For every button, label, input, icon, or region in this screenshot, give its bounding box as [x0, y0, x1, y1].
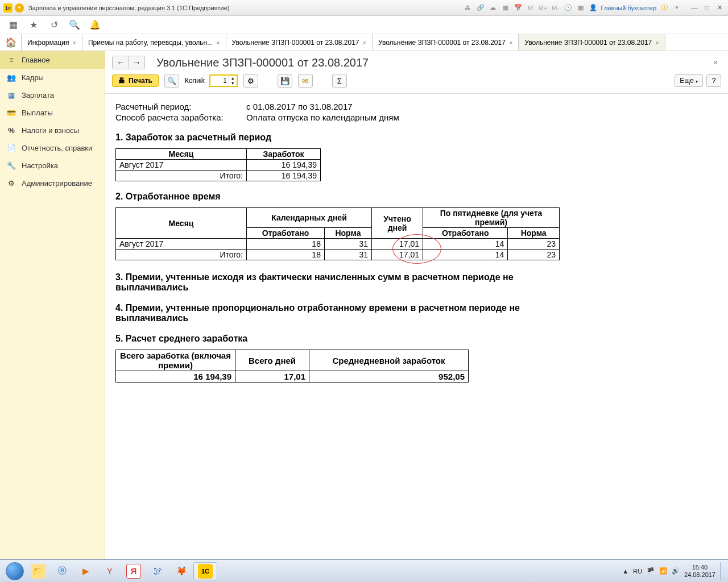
apps-icon[interactable]: ▦	[8, 20, 18, 30]
sidebar-item-reports[interactable]: 📄Отчетность, справки	[0, 139, 105, 157]
tab-hires[interactable]: Приемы на работу, переводы, увольн...×	[82, 34, 226, 51]
col-norm: Норма	[324, 228, 371, 239]
tray-date: 24.08.2017	[684, 571, 715, 578]
people-icon: 👥	[7, 73, 16, 82]
spin-down-icon[interactable]: ▼	[229, 81, 237, 86]
help-button[interactable]: ?	[706, 74, 721, 87]
tb-m-icon[interactable]: M	[526, 3, 535, 13]
tray-lang[interactable]: RU	[633, 568, 642, 575]
close-icon[interactable]: ×	[363, 39, 366, 46]
app-title: Зарплата и управление персоналом, редакц…	[28, 5, 229, 11]
worked-time-table: Месяц Календарных дней Учтено дней По пя…	[115, 207, 560, 260]
history-icon[interactable]: ↺	[49, 20, 59, 30]
copies-spinner[interactable]: ▲▼	[209, 74, 238, 87]
taskbar-yandex[interactable]: Y	[98, 562, 122, 580]
earnings-table: МесяцЗаработок Август 201716 194,39 Итог…	[115, 148, 321, 181]
taskbar-ie[interactable]: ⓔ	[50, 562, 74, 580]
close-document-button[interactable]: ×	[710, 58, 721, 67]
star-icon[interactable]: ★	[28, 20, 39, 30]
tb-print-icon[interactable]: 🖶	[464, 3, 473, 13]
close-button[interactable]: ✕	[714, 3, 725, 13]
home-tab[interactable]: 🏠	[0, 34, 22, 51]
sidebar-item-admin[interactable]: ⚙Администрирование	[0, 174, 105, 192]
tab-doc-1[interactable]: Увольнение ЗПЗП-000001 от 23.08.2017×	[226, 34, 373, 51]
tray-flag-icon[interactable]: 🏴	[647, 567, 655, 575]
taskbar-ya[interactable]: Я	[122, 562, 146, 580]
tb-mminus-icon[interactable]: M-	[551, 3, 560, 13]
windows-taskbar: 📁 ⓔ ▶ Y Я 🕊 🦊 1C ▲ RU 🏴 📶 🔊 15:40 24.08.…	[0, 559, 728, 582]
sidebar-item-label: Отчетность, справки	[22, 144, 92, 152]
sidebar-item-label: Администрирование	[22, 179, 92, 188]
close-icon[interactable]: ×	[509, 39, 512, 46]
info-dropdown-icon[interactable]: ▼	[672, 3, 681, 13]
taskbar-firefox[interactable]: 🦊	[169, 562, 193, 580]
section-3-text: 3. Премии, учтенные исходя из фактически…	[115, 272, 536, 293]
sidebar-item-label: Кадры	[22, 73, 44, 82]
close-icon[interactable]: ×	[216, 39, 220, 46]
bell-icon[interactable]: 🔔	[90, 20, 100, 30]
copies-input[interactable]	[210, 76, 229, 86]
tb-calc-icon[interactable]: ▦	[501, 3, 510, 13]
save-button[interactable]: 💾	[278, 74, 292, 88]
spin-up-icon[interactable]: ▲	[229, 76, 237, 81]
settings-button[interactable]: ⚙	[243, 74, 258, 88]
sidebar-item-payments[interactable]: 💳Выплаты	[0, 104, 105, 122]
taskbar-media[interactable]: ▶	[74, 562, 98, 580]
maximize-button[interactable]: □	[702, 3, 712, 13]
show-desktop-button[interactable]	[720, 562, 725, 580]
forward-button[interactable]: →	[129, 56, 144, 69]
printer-icon: 🖶	[118, 77, 125, 85]
tray-volume-icon[interactable]: 🔊	[672, 567, 680, 575]
col-worked-5: Отработано	[423, 228, 508, 239]
info-icon[interactable]: ⓘ	[660, 3, 669, 13]
tab-doc-2[interactable]: Увольнение ЗПЗП-000001 от 23.08.2017×	[373, 34, 519, 51]
tb-clock-icon[interactable]: 🕓	[564, 3, 573, 13]
sidebar-item-main[interactable]: ≡Главное	[0, 51, 105, 69]
close-icon[interactable]: ×	[72, 39, 76, 46]
user-icon[interactable]: 👤	[589, 3, 598, 13]
sidebar-item-salary[interactable]: ▦Зарплата	[0, 86, 105, 104]
back-button[interactable]: ←	[113, 56, 129, 69]
tray-clock[interactable]: 15:40 24.08.2017	[684, 564, 715, 577]
sum-button[interactable]: Σ	[332, 74, 347, 88]
taskbar-thunderbird[interactable]: 🕊	[146, 562, 169, 580]
col-five-day: По пятидневке (для учета премий)	[423, 208, 560, 228]
section-4-text: 4. Премии, учтенные пропорционально отра…	[115, 303, 536, 323]
sidebar-item-taxes[interactable]: %Налоги и взносы	[0, 122, 105, 139]
col-counted: Учтено дней	[372, 208, 423, 239]
tb-mplus-icon[interactable]: M+	[539, 3, 548, 13]
card-icon: 💳	[7, 109, 16, 117]
copies-label: Копий:	[185, 77, 206, 85]
tab-doc-3[interactable]: Увольнение ЗПЗП-000001 от 23.08.2017×	[519, 34, 665, 51]
close-icon[interactable]: ×	[655, 39, 659, 46]
tb-grid-icon[interactable]: ▦	[576, 3, 585, 13]
taskbar-1c[interactable]: 1C	[193, 562, 217, 580]
gear-icon: ⚙	[7, 179, 16, 188]
tb-calendar-icon[interactable]: 📅	[514, 3, 523, 13]
period-value: с 01.08.2017 по 31.08.2017	[246, 102, 353, 111]
minimize-button[interactable]: —	[689, 3, 700, 13]
more-button-label: Еще	[680, 77, 693, 85]
nav-sidebar: ≡Главное 👥Кадры ▦Зарплата 💳Выплаты %Нало…	[0, 51, 105, 559]
user-label[interactable]: Главный бухгалтер	[601, 5, 656, 11]
tab-info[interactable]: Информация×	[22, 34, 82, 51]
quickaccess-bar: ▦ ★ ↺ 🔍 🔔	[0, 16, 728, 34]
tray-network-icon[interactable]: 📶	[659, 567, 667, 575]
tab-label: Увольнение ЗПЗП-000001 от 23.08.2017	[524, 39, 652, 47]
start-button[interactable]	[3, 562, 26, 580]
app-menu-dropdown[interactable]: ▼	[15, 3, 24, 13]
sidebar-item-kadry[interactable]: 👥Кадры	[0, 69, 105, 86]
document-body[interactable]: Расчетный период:с 01.08.2017 по 31.08.2…	[105, 94, 728, 559]
tb-link-icon[interactable]: 🔗	[476, 3, 485, 13]
search-icon[interactable]: 🔍	[69, 20, 80, 30]
col-total-days: Всего дней	[235, 350, 309, 371]
tray-arrow-icon[interactable]: ▲	[622, 568, 628, 575]
print-button[interactable]: 🖶Печать	[112, 74, 159, 87]
table-total-row: Итого:16 194,39	[116, 171, 321, 181]
sidebar-item-settings[interactable]: 🔧Настройка	[0, 157, 105, 174]
taskbar-explorer[interactable]: 📁	[26, 562, 50, 580]
more-button[interactable]: Еще ▾	[675, 74, 703, 87]
tb-cloud-icon[interactable]: ☁	[489, 3, 498, 13]
email-button[interactable]: ✉	[298, 74, 313, 88]
preview-button[interactable]: 🔍	[164, 74, 179, 88]
